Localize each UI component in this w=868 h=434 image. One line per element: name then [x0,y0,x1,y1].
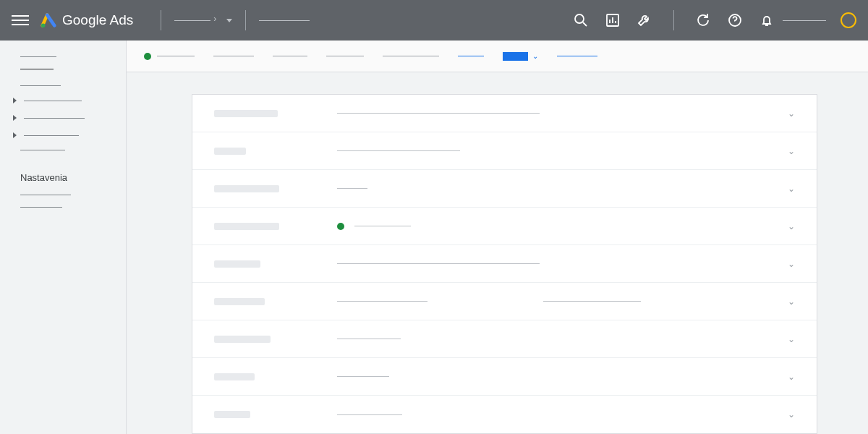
chevron-down-icon: ⌄ [788,109,795,119]
search-icon[interactable] [572,12,590,29]
account-avatar[interactable] [841,12,856,28]
account-selector[interactable]: › [174,14,232,27]
chevron-down-icon: ⌄ [788,372,795,382]
header-divider [673,10,674,30]
tab[interactable] [458,56,484,56]
tools-icon[interactable] [636,12,653,29]
tab[interactable] [144,53,195,60]
row-value [337,263,788,264]
reports-icon[interactable] [604,12,621,29]
row-label [214,110,278,117]
tab[interactable] [383,56,439,56]
chevron-down-icon: ⌄ [788,297,795,307]
caret-right-icon [13,98,17,103]
settings-row[interactable]: ⌄ [192,283,817,320]
row-label [214,336,271,343]
settings-row[interactable]: ⌄ [192,245,817,283]
ads-logo-icon [41,12,56,28]
row-value [337,188,788,189]
svg-line-2 [583,22,587,26]
product-name: Google Ads [62,12,133,28]
sidebar-item[interactable] [0,109,126,127]
settings-row[interactable]: ⌄ [192,208,817,245]
svg-point-0 [41,24,46,28]
chevron-down-icon: ⌄ [788,146,795,156]
settings-row[interactable]: ⌄ [192,396,817,433]
caret-right-icon [13,115,17,121]
sidebar-item[interactable] [0,92,126,109]
settings-row[interactable]: ⌄ [192,132,817,170]
svg-point-1 [575,14,584,23]
chevron-down-icon: ⌄ [532,52,538,60]
product-logo[interactable]: Google Ads [41,12,133,28]
tab[interactable]: ⌄ [503,52,538,61]
row-value [337,301,788,302]
chevron-down-icon: ⌄ [788,409,795,420]
sidebar-item[interactable] [0,201,126,213]
refresh-icon[interactable] [694,12,712,29]
chevron-down-icon: ⌄ [788,221,795,231]
row-label [214,148,246,155]
tab[interactable] [557,56,597,56]
tab[interactable] [326,56,364,56]
row-label [214,260,260,268]
row-label [214,185,279,192]
menu-icon[interactable] [12,12,29,28]
settings-row[interactable]: ⌄ [192,358,817,396]
app-header: Google Ads › [0,0,868,41]
caret-right-icon [13,132,17,138]
row-value [337,223,788,230]
tab-bar: ⌄ [127,41,868,72]
content-area: ⌄⌄⌄⌄⌄⌄⌄⌄⌄ [127,72,868,434]
row-value [337,414,788,415]
settings-row[interactable]: ⌄ [192,170,817,208]
account-label [783,20,826,21]
notifications-icon[interactable] [758,12,775,29]
settings-row[interactable]: ⌄ [192,320,817,358]
sidebar-item[interactable] [0,189,126,201]
chevron-down-icon: ⌄ [788,334,795,344]
sidebar-item[interactable] [0,127,126,144]
header-divider [161,10,161,30]
row-value [337,376,788,377]
row-value [337,150,788,151]
status-dot-icon [337,223,344,230]
settings-row[interactable]: ⌄ [192,95,817,132]
sidebar: Nastavenia [0,41,127,434]
tab[interactable] [213,56,254,56]
row-value [337,339,788,339]
chevron-down-icon: ⌄ [788,184,795,194]
row-label [214,373,255,380]
help-icon[interactable] [726,12,744,29]
row-label [214,298,265,305]
campaign-breadcrumb[interactable] [259,20,310,21]
status-dot-icon [144,53,151,60]
header-divider [245,10,246,30]
sidebar-item[interactable] [0,63,126,75]
row-label [214,411,250,418]
sidebar-item[interactable] [0,80,126,92]
row-label [214,223,279,230]
settings-panel: ⌄⌄⌄⌄⌄⌄⌄⌄⌄ [192,94,817,434]
row-value [337,113,788,114]
sidebar-item[interactable] [0,144,126,156]
sidebar-item-settings[interactable]: Nastavenia [0,166,126,189]
chevron-down-icon: ⌄ [788,259,795,269]
sidebar-item[interactable] [0,51,126,63]
tab[interactable] [273,56,307,56]
